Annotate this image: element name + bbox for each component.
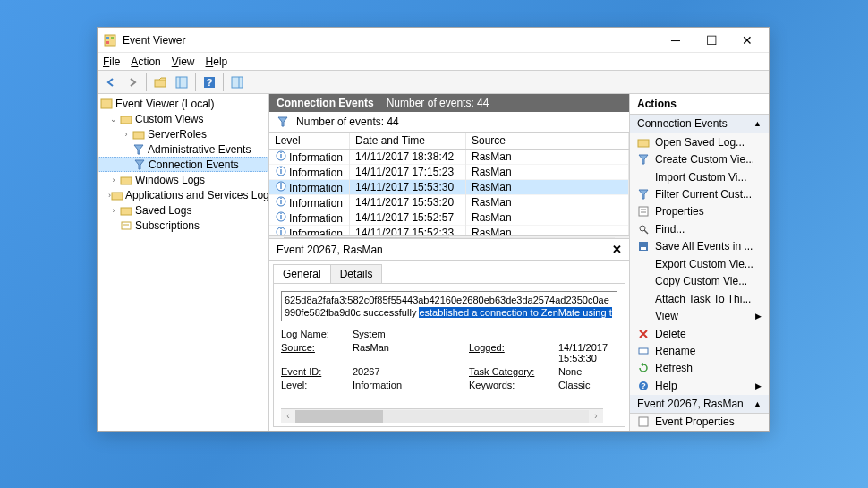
log-name-value: System xyxy=(353,329,469,339)
tree-app-services[interactable]: › Applications and Services Logs xyxy=(98,187,268,202)
svg-rect-3 xyxy=(106,41,109,44)
tree-root[interactable]: Event Viewer (Local) xyxy=(98,96,268,111)
svg-rect-2 xyxy=(111,37,114,39)
filter-icon xyxy=(277,116,289,128)
info-icon: i xyxy=(275,195,287,208)
actions-group-connection[interactable]: Connection Events ▲ xyxy=(630,115,769,133)
action-create-custom[interactable]: Create Custom Vie... xyxy=(630,150,769,167)
action-filter-current[interactable]: Filter Current Cust... xyxy=(630,185,769,202)
tree-subscriptions[interactable]: Subscriptions xyxy=(98,218,268,233)
filter-count: Number of events: 44 xyxy=(296,116,399,128)
svg-text:?: ? xyxy=(641,381,646,390)
tree-custom-views[interactable]: ⌄ Custom Views xyxy=(98,111,268,126)
content-area: Event Viewer (Local) ⌄ Custom Views › Se… xyxy=(98,94,769,431)
actions-pane: Actions Connection Events ▲ Open Saved L… xyxy=(629,94,769,431)
action-event-properties[interactable]: Event Properties xyxy=(630,414,769,431)
close-button[interactable]: ✕ xyxy=(729,29,765,52)
col-level[interactable]: Level xyxy=(269,133,350,149)
expand-icon[interactable]: ⌄ xyxy=(108,115,119,124)
tree-label: Administrative Events xyxy=(148,143,251,156)
action-delete[interactable]: Delete xyxy=(630,325,769,342)
expand-icon[interactable]: › xyxy=(121,130,132,139)
svg-text:i: i xyxy=(280,182,283,191)
event-message[interactable]: 625d8a2fafa3:582c0f85f55443ab42160e2680e… xyxy=(281,291,617,321)
logged-value: 14/11/2017 15:53:30 xyxy=(558,342,617,364)
detail-hscroll[interactable]: ‹› xyxy=(281,408,603,423)
properties-icon xyxy=(637,415,650,428)
menu-file[interactable]: File xyxy=(103,56,120,68)
tree-admin-events[interactable]: Administrative Events xyxy=(98,141,268,157)
action-open-saved[interactable]: Open Saved Log... xyxy=(630,133,769,150)
col-source[interactable]: Source xyxy=(466,133,629,149)
action-find[interactable]: Find... xyxy=(630,220,769,237)
folder-icon xyxy=(119,113,133,125)
help-button[interactable]: ? xyxy=(200,73,219,92)
svg-rect-14 xyxy=(121,177,132,184)
tab-details[interactable]: Details xyxy=(330,264,383,283)
collapse-icon[interactable]: ▲ xyxy=(753,399,762,408)
svg-rect-39 xyxy=(639,348,648,354)
tree-connection-events[interactable]: Connection Events xyxy=(98,157,268,172)
list-body[interactable]: iInformation14/11/2017 18:38:42RasManiIn… xyxy=(269,150,629,235)
folder-button[interactable] xyxy=(150,73,170,92)
tree-windows-logs[interactable]: › Windows Logs xyxy=(98,172,268,187)
minimize-button[interactable]: ─ xyxy=(658,29,694,52)
detail-close-button[interactable]: ✕ xyxy=(612,243,622,256)
forward-button[interactable] xyxy=(123,73,142,92)
expand-icon[interactable]: › xyxy=(108,176,119,184)
svg-rect-0 xyxy=(105,35,115,46)
menu-view[interactable]: View xyxy=(172,56,195,68)
action-attach-task[interactable]: Attach Task To Thi... xyxy=(630,290,769,307)
folder-icon xyxy=(119,204,133,217)
action-properties[interactable]: Properties xyxy=(630,203,769,220)
tree-saved-logs[interactable]: › Saved Logs xyxy=(98,202,268,218)
menu-action[interactable]: Action xyxy=(131,56,160,68)
keywords-value: Classic xyxy=(558,380,617,390)
col-date[interactable]: Date and Time xyxy=(350,133,466,149)
layout-button[interactable] xyxy=(172,73,191,92)
filter-icon xyxy=(132,158,147,171)
collapse-icon[interactable]: ▲ xyxy=(753,119,762,128)
action-save-all[interactable]: Save All Events in ... xyxy=(630,238,769,255)
subscriptions-icon xyxy=(119,219,133,232)
action-rename[interactable]: Rename xyxy=(630,342,769,359)
find-icon xyxy=(637,223,650,235)
tab-general[interactable]: General xyxy=(273,264,331,283)
action-import-custom[interactable]: Import Custom Vi... xyxy=(630,168,769,185)
middle-pane: Connection Events Number of events: 44 N… xyxy=(269,94,629,431)
svg-rect-38 xyxy=(641,247,646,250)
menu-help[interactable]: Help xyxy=(206,56,228,68)
svg-rect-31 xyxy=(638,140,649,147)
log-name-label: Log Name: xyxy=(281,329,353,339)
tree-label: Connection Events xyxy=(149,158,239,171)
expand-icon[interactable]: › xyxy=(108,206,119,215)
folder-icon xyxy=(119,174,133,186)
detail-tabs: General Details xyxy=(269,261,629,283)
action-export-custom[interactable]: Export Custom Vie... xyxy=(630,255,769,272)
tree-root-label: Event Viewer (Local) xyxy=(115,98,215,110)
keywords-label: Keywords: xyxy=(469,380,558,390)
task-cat-value: None xyxy=(558,366,617,377)
maximize-button[interactable]: ☐ xyxy=(694,29,729,52)
back-button[interactable] xyxy=(101,73,121,92)
action-help[interactable]: ?Help▶ xyxy=(630,377,769,394)
svg-rect-15 xyxy=(112,193,123,200)
svg-text:i: i xyxy=(280,167,283,176)
action-view[interactable]: View▶ xyxy=(630,307,769,324)
level-label: Level: xyxy=(281,380,353,390)
rename-icon xyxy=(637,345,650,357)
action-refresh[interactable]: Refresh xyxy=(630,360,769,377)
list-row[interactable]: iInformation14/11/2017 15:52:33RasMan xyxy=(269,226,629,235)
tree-server-roles[interactable]: › ServerRoles xyxy=(98,126,268,141)
svg-rect-32 xyxy=(639,207,648,216)
help-icon: ? xyxy=(637,380,650,392)
event-id-value: 20267 xyxy=(353,366,469,377)
action-copy-custom[interactable]: Copy Custom Vie... xyxy=(630,273,769,290)
panel-button[interactable] xyxy=(227,73,247,92)
horizontal-scrollbar[interactable]: ‹› xyxy=(269,235,629,238)
svg-text:i: i xyxy=(280,212,283,221)
filter-bar: Number of events: 44 xyxy=(269,112,629,133)
actions-group-label: Connection Events xyxy=(637,117,728,130)
actions-group-event[interactable]: Event 20267, RasMan ▲ xyxy=(630,395,769,414)
svg-rect-12 xyxy=(121,116,132,124)
